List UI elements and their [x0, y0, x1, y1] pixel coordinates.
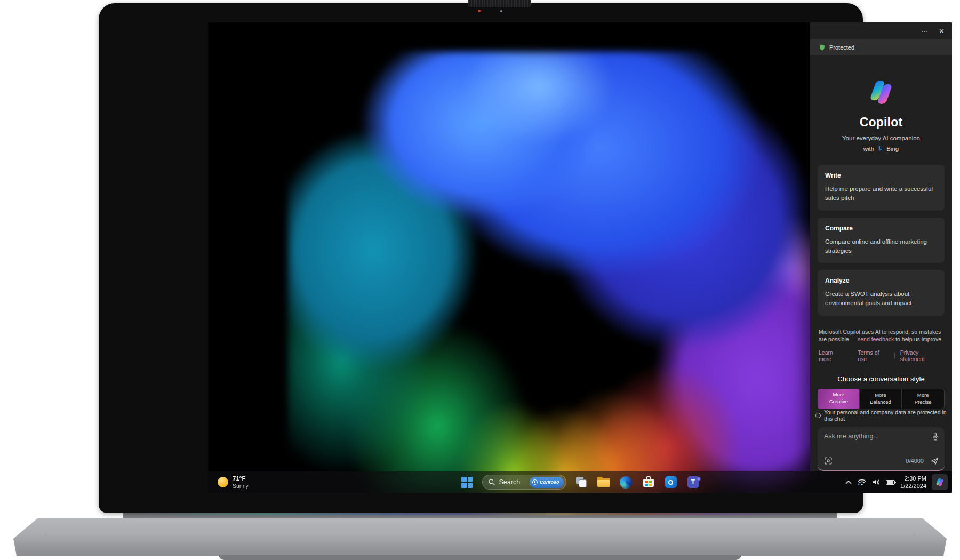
- laptop-lid: ⋯ ✕ Protected: [99, 3, 863, 513]
- copilot-logo-icon: [867, 78, 895, 107]
- volume-status[interactable]: [872, 478, 881, 486]
- task-view-button[interactable]: [574, 475, 589, 490]
- weather-condition: Sunny: [233, 483, 249, 490]
- battery-icon: [886, 480, 895, 485]
- teams-button[interactable]: T: [686, 475, 701, 490]
- microsoft-store-button[interactable]: [641, 475, 656, 490]
- privacy-note-text: Your personal and company data are prote…: [824, 409, 947, 422]
- privacy-ring-icon: [815, 413, 821, 418]
- style-label-line2: Precise: [902, 399, 944, 406]
- tray-chevron-button[interactable]: [845, 480, 852, 484]
- system-tray: 2:30 PM 1/22/2024: [845, 471, 948, 493]
- with-bing-row: with Bing: [810, 145, 952, 152]
- camera-indicator-led: [478, 10, 481, 12]
- style-more-creative-button[interactable]: More Creative: [818, 389, 860, 409]
- send-feedback-link[interactable]: send feedback: [858, 336, 894, 342]
- style-label-line2: Balanced: [860, 399, 902, 406]
- protected-badge: Protected: [810, 39, 952, 55]
- style-label-line2: Creative: [818, 398, 860, 405]
- card-description: Help me prepare and write a successful s…: [825, 185, 937, 203]
- copilot-tray-icon: [935, 477, 945, 487]
- tray-time: 2:30 PM: [900, 475, 926, 482]
- card-description: Compare online and offline marketing str…: [825, 237, 937, 256]
- sunny-weather-icon: [218, 477, 228, 487]
- task-view-icon: [575, 476, 587, 488]
- hinge-reflection: [144, 513, 816, 515]
- terms-of-use-link[interactable]: Terms of use: [858, 349, 889, 362]
- style-label-line1: More: [902, 392, 944, 399]
- shield-icon: [819, 44, 826, 51]
- bing-icon: [877, 145, 884, 152]
- file-explorer-button[interactable]: [596, 475, 611, 490]
- ai-disclaimer: Microsoft Copilot uses AI to respond, so…: [819, 328, 943, 343]
- battery-status[interactable]: [886, 480, 895, 485]
- char-counter: 0/4000: [906, 458, 924, 464]
- suggestion-card-write[interactable]: Write Help me prepare and write a succes…: [818, 165, 945, 211]
- search-icon: [488, 478, 495, 486]
- webcam-lens: [500, 10, 502, 12]
- style-more-precise-button[interactable]: More Precise: [901, 389, 944, 409]
- suggestion-card-compare[interactable]: Compare Compare online and offline marke…: [818, 218, 945, 263]
- laptop-bottom-foot: [219, 555, 741, 560]
- speaker-icon: [872, 478, 881, 486]
- tray-date: 1/22/2024: [900, 482, 926, 490]
- divider: [852, 353, 852, 359]
- windows-logo-icon: [461, 477, 473, 488]
- protected-label: Protected: [829, 44, 854, 51]
- start-button[interactable]: [460, 475, 475, 490]
- copilot-taskbar-button[interactable]: [932, 474, 948, 490]
- copilot-panel: ⋯ ✕ Protected: [810, 22, 952, 471]
- wifi-icon: [857, 478, 867, 486]
- chat-input-box[interactable]: 0/4000: [818, 427, 945, 471]
- laptop-base: [13, 518, 947, 556]
- style-more-balanced-button[interactable]: More Balanced: [859, 389, 902, 409]
- screenshot-icon[interactable]: [824, 457, 833, 465]
- weather-temperature: 71°F: [233, 475, 249, 482]
- card-description: Create a SWOT analysis about environment…: [825, 290, 937, 308]
- taskbar: 71°F Sunny Search Contoso: [208, 471, 952, 493]
- divider: [894, 353, 895, 359]
- bloom-wallpaper-art: [288, 52, 821, 493]
- taskbar-center-icons: Search Contoso: [460, 471, 701, 493]
- weather-widget[interactable]: 71°F Sunny: [213, 471, 253, 493]
- suggestion-card-analyze[interactable]: Analyze Create a SWOT analysis about env…: [818, 270, 945, 316]
- conversation-style-heading: Choose a conversation style: [810, 375, 952, 383]
- input-bottom-row: 0/4000: [824, 457, 939, 466]
- more-options-icon[interactable]: ⋯: [921, 28, 928, 35]
- chevron-up-icon: [845, 480, 852, 484]
- clock[interactable]: 2:30 PM 1/22/2024: [900, 475, 926, 490]
- edge-icon: [620, 476, 632, 489]
- card-title: Compare: [825, 225, 937, 232]
- contoso-badge[interactable]: Contoso: [530, 477, 564, 488]
- disclaimer-text-suffix: to help us improve.: [894, 336, 943, 342]
- edge-button[interactable]: [619, 475, 634, 490]
- copilot-subtitle: Your everyday AI companion: [810, 135, 952, 141]
- file-explorer-icon: [597, 477, 610, 487]
- microphone-icon[interactable]: [931, 432, 939, 441]
- learn-more-link[interactable]: Learn more: [819, 349, 846, 362]
- teams-glyph: T: [691, 478, 695, 486]
- contoso-label: Contoso: [540, 479, 559, 485]
- camera-notch: [468, 0, 531, 7]
- outlook-button[interactable]: O: [663, 475, 678, 490]
- footer-links: Learn more Terms of use Privacy statemen…: [819, 349, 943, 362]
- card-title: Write: [825, 172, 937, 179]
- contoso-logo-icon: [532, 479, 538, 485]
- close-icon[interactable]: ✕: [939, 28, 945, 35]
- send-icon[interactable]: [930, 457, 939, 466]
- deck-seam: [45, 537, 915, 538]
- copilot-titlebar: ⋯ ✕: [810, 22, 952, 39]
- privacy-statement-link[interactable]: Privacy statement: [900, 349, 943, 362]
- copilot-hero: Copilot Your everyday AI companion with …: [810, 55, 952, 152]
- bing-label: Bing: [886, 146, 899, 152]
- search-box[interactable]: Search Contoso: [482, 475, 566, 490]
- with-label: with: [863, 146, 874, 152]
- style-label-line1: More: [860, 392, 902, 399]
- laptop-screen: ⋯ ✕ Protected: [208, 22, 952, 493]
- search-label: Search: [499, 478, 526, 486]
- wifi-status[interactable]: [857, 478, 867, 486]
- data-protection-note: Your personal and company data are prote…: [815, 409, 947, 422]
- conversation-style-group: More Creative More Balanced More Precise: [818, 389, 945, 409]
- copilot-title: Copilot: [810, 115, 952, 130]
- ask-input[interactable]: [824, 433, 928, 440]
